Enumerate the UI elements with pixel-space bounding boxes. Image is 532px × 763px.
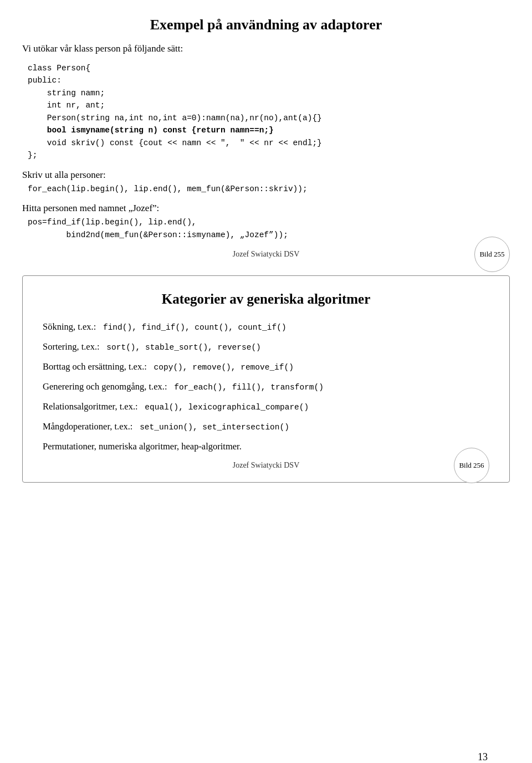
code-line-7: void skriv() const {cout << namn << ", "…: [28, 139, 322, 147]
category-row-3: Borttag och ersättning, t.ex.: copy(), r…: [43, 361, 489, 372]
category-row-2: Sortering, t.ex.: sort(), stable_sort(),…: [43, 341, 489, 352]
slide1-title: Exempel på användning av adaptorer: [22, 17, 510, 33]
category-label-1: Sökning, t.ex.:: [43, 321, 96, 332]
code-line-5: Person(string na,int no,int a=0):namn(na…: [28, 114, 322, 122]
category-code-4: for_each(), fill(), transform(): [170, 383, 324, 392]
slide1-section2-code: pos=find_if(lip.begin(), lip.end(), bind…: [28, 216, 510, 241]
slide1-section: Exempel på användning av adaptorer Vi ut…: [22, 17, 510, 259]
slide1-section1-code: for_each(lip.begin(), lip.end(), mem_fun…: [28, 183, 510, 195]
slide1-section1-label: Skriv ut alla personer:: [22, 170, 510, 181]
slide1-code-main: class Person{ public: string namn; int n…: [28, 62, 510, 162]
category-row-4: Generering och genomgång, t.ex.: for_eac…: [43, 381, 489, 392]
category-row-6: Mångdoperationer, t.ex.: set_union(), se…: [43, 421, 489, 432]
code-line-8: };: [28, 151, 37, 160]
slide1-bild-badge: Bild 255: [474, 237, 510, 272]
slide2-section: Kategorier av generiska algoritmer Sökni…: [22, 275, 510, 483]
slide2-footer-author: Jozef Swiatycki DSV: [43, 461, 489, 470]
category-label-2: Sortering, t.ex.:: [43, 341, 100, 352]
slide1-section2-label: Hitta personen med namnet „Jozef”:: [22, 203, 510, 214]
code-line-1: class Person{: [28, 64, 90, 73]
code-line-4: int nr, ant;: [28, 101, 105, 110]
slide1-footer: Jozef Swiatycki DSV Bild 255: [22, 250, 510, 259]
category-row-7: Permutationer, numeriska algoritmer, hea…: [43, 441, 489, 452]
category-code-5: equal(), lexicographical_compare(): [140, 403, 309, 412]
category-label-4: Generering och genomgång, t.ex.:: [43, 381, 167, 392]
slide1-bild-text: Bild 255: [479, 250, 504, 259]
category-row-1: Sökning, t.ex.: find(), find_if(), count…: [43, 321, 489, 332]
slide2-bild-badge: Bild 256: [454, 448, 489, 483]
slide1-intro: Vi utökar vår klass person på följande s…: [22, 43, 510, 54]
code-line-3: string namn;: [28, 89, 105, 98]
category-code-2: sort(), stable_sort(), reverse(): [102, 343, 261, 352]
category-code-3: copy(), remove(), remove_if(): [149, 363, 294, 372]
category-label-3: Borttag och ersättning, t.ex.:: [43, 361, 147, 372]
category-row-5: Relationsalgoritmer, t.ex.: equal(), lex…: [43, 401, 489, 412]
category-code-1: find(), find_if(), count(), count_if(): [98, 323, 286, 332]
page-wrapper: Exempel på användning av adaptorer Vi ut…: [22, 17, 510, 763]
code-line-2: public:: [28, 76, 62, 85]
slide2-bild-text: Bild 256: [459, 461, 484, 470]
category-code-6: set_union(), set_intersection(): [135, 423, 289, 432]
page-number: 13: [478, 751, 488, 763]
slide2-footer: Jozef Swiatycki DSV Bild 256: [43, 461, 489, 470]
slide2-title: Kategorier av generiska algoritmer: [43, 291, 489, 307]
category-label-6: Mångdoperationer, t.ex.:: [43, 421, 132, 432]
category-label-7: Permutationer, numeriska algoritmer, hea…: [43, 441, 242, 452]
code-line-6: bool ismyname(string n) const {return na…: [28, 126, 274, 135]
category-label-5: Relationsalgoritmer, t.ex.:: [43, 401, 138, 412]
slide1-footer-author: Jozef Swiatycki DSV: [22, 250, 510, 259]
